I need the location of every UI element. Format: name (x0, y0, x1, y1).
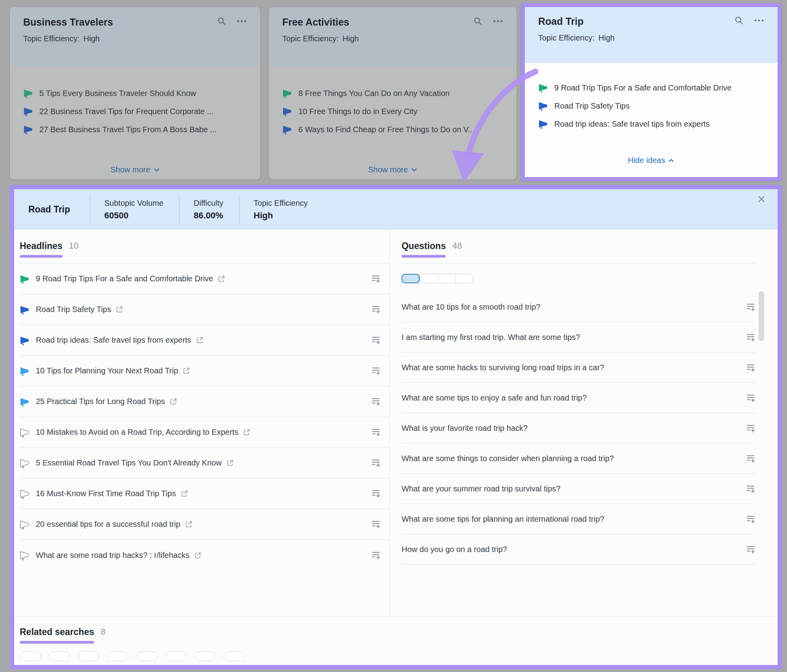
external-link-icon[interactable] (243, 428, 250, 436)
external-link-icon[interactable] (170, 398, 177, 405)
question-filter-button[interactable] (420, 274, 437, 283)
question-text[interactable]: What are 10 tips for a smooth road trip? (402, 303, 540, 312)
megaphone-icon (282, 88, 293, 98)
add-to-list-icon[interactable] (371, 427, 381, 437)
add-to-list-icon[interactable] (746, 363, 756, 373)
idea-item[interactable]: 9 Road Trip Tips For a Safe and Comforta… (525, 79, 778, 97)
add-to-list-icon[interactable] (746, 484, 756, 494)
question-text[interactable]: What is your favorite road trip hack? (402, 424, 528, 433)
external-link-icon[interactable] (194, 552, 202, 559)
question-text[interactable]: What are your summer road trip survival … (402, 484, 560, 493)
show-more-button[interactable]: Show more (366, 165, 420, 175)
headline-text[interactable]: 10 Mistakes to Avoid on a Road Trip, Acc… (36, 428, 238, 437)
card-body: 5 Tips Every Business Traveler Should Kn… (10, 66, 260, 179)
related-search-chip[interactable] (78, 652, 99, 661)
add-to-list-icon[interactable] (746, 454, 756, 463)
question-row: How do you go on a road trip? (402, 534, 756, 565)
headline-text[interactable]: Road trip ideas: Safe travel tips from e… (36, 336, 191, 345)
add-to-list-icon[interactable] (371, 335, 381, 345)
hide-ideas-button[interactable]: Hide ideas (626, 155, 677, 165)
external-link-icon[interactable] (181, 490, 188, 497)
card-title: Free Activities (282, 17, 349, 28)
show-more-button[interactable]: Show more (108, 165, 162, 175)
headline-text[interactable]: 5 Essential Road Travel Tips You Don't A… (36, 458, 222, 467)
add-to-list-icon[interactable] (746, 302, 756, 312)
question-filter-button[interactable] (437, 274, 455, 283)
headline-text[interactable]: What are some road trip hacks? : r/lifeh… (36, 551, 189, 560)
related-search-chip[interactable] (20, 652, 41, 661)
idea-text: Road trip ideas: Safe travel tips from e… (554, 120, 710, 129)
related-search-chip[interactable] (136, 652, 157, 661)
idea-item[interactable]: 6 Ways to Find Cheap or Free Things to D… (269, 120, 517, 138)
close-icon[interactable] (757, 195, 766, 203)
efficiency-label: Topic Efficiency: (23, 34, 80, 43)
more-options-icon[interactable] (493, 20, 503, 23)
idea-list: 8 Free Things You Can Do on Any Vacation… (269, 66, 517, 138)
question-text[interactable]: What are some things to consider when pl… (402, 454, 614, 463)
external-link-icon[interactable] (185, 521, 193, 528)
add-to-list-icon[interactable] (746, 545, 756, 554)
idea-item[interactable]: 22 Business Travel Tips for Frequent Cor… (10, 102, 260, 120)
megaphone-icon (23, 124, 33, 135)
search-icon[interactable] (734, 16, 744, 25)
question-text[interactable]: I am starting my first road trip. What a… (402, 333, 580, 342)
questions-scrollbar[interactable] (759, 291, 764, 341)
idea-item[interactable]: 8 Free Things You Can Do on Any Vacation (269, 84, 517, 102)
add-to-list-icon[interactable] (371, 519, 381, 529)
headline-text[interactable]: 16 Must-Know First Time Road Trip Tips (36, 489, 176, 498)
search-icon[interactable] (217, 17, 226, 26)
megaphone-icon (282, 106, 293, 116)
idea-text: 9 Road Trip Tips For a Safe and Comforta… (554, 83, 731, 92)
related-search-chip[interactable] (49, 652, 70, 661)
add-to-list-icon[interactable] (371, 458, 381, 468)
external-link-icon[interactable] (183, 367, 190, 375)
efficiency-label: Topic Efficiency: (282, 34, 339, 43)
idea-item[interactable]: 27 Best Business Travel Tips From A Boss… (10, 120, 260, 138)
add-to-list-icon[interactable] (371, 550, 381, 560)
idea-item[interactable]: Road Trip Safety Tips (525, 97, 778, 115)
megaphone-icon (20, 427, 30, 438)
external-link-icon[interactable] (226, 459, 234, 467)
idea-list: 5 Tips Every Business Traveler Should Kn… (10, 66, 260, 138)
efficiency-value: High (343, 34, 359, 43)
add-to-list-icon[interactable] (371, 397, 381, 406)
headline-row: Road trip ideas: Safe travel tips from e… (20, 325, 389, 356)
add-to-list-icon[interactable] (746, 393, 756, 403)
add-to-list-icon[interactable] (371, 305, 381, 314)
external-link-icon[interactable] (116, 306, 123, 313)
idea-text: 8 Free Things You Can Do on Any Vacation (298, 89, 450, 98)
search-icon[interactable] (473, 17, 483, 26)
idea-item[interactable]: 5 Tips Every Business Traveler Should Kn… (10, 84, 260, 102)
external-link-icon[interactable] (196, 336, 204, 344)
question-text[interactable]: What are some tips for planning an inter… (402, 515, 604, 524)
add-to-list-icon[interactable] (746, 514, 756, 524)
card-body: 9 Road Trip Tips For a Safe and Comforta… (525, 63, 778, 170)
efficiency-value: High (598, 33, 615, 42)
headline-text[interactable]: 20 essential tips for a successful road … (36, 520, 180, 529)
external-link-icon[interactable] (218, 275, 225, 282)
headline-row: 9 Road Trip Tips For a Safe and Comforta… (20, 264, 389, 294)
more-options-icon[interactable] (237, 20, 247, 23)
question-filter-button[interactable] (402, 274, 420, 283)
idea-item[interactable]: Road trip ideas: Safe travel tips from e… (525, 115, 778, 133)
add-to-list-icon[interactable] (371, 489, 381, 498)
question-text[interactable]: How do you go on a road trip? (402, 545, 507, 554)
headline-text[interactable]: 25 Practical Tips for Long Road Trips (36, 397, 165, 406)
add-to-list-icon[interactable] (371, 274, 381, 284)
question-filter-button[interactable] (455, 274, 473, 283)
add-to-list-icon[interactable] (746, 332, 756, 342)
headline-text[interactable]: 9 Road Trip Tips For a Safe and Comforta… (36, 274, 213, 283)
related-search-chip[interactable] (194, 652, 216, 661)
megaphone-icon (538, 83, 548, 93)
related-search-chip[interactable] (107, 652, 128, 661)
headline-text[interactable]: Road Trip Safety Tips (36, 305, 111, 314)
idea-item[interactable]: 10 Free Things to do in Every City (269, 102, 517, 120)
question-text[interactable]: What are some tips to enjoy a safe and f… (402, 393, 587, 402)
more-options-icon[interactable] (754, 19, 764, 22)
related-search-chip[interactable] (224, 652, 245, 661)
related-search-chip[interactable] (165, 652, 187, 661)
question-text[interactable]: What are some hacks to surviving long ro… (402, 363, 604, 372)
headline-text[interactable]: 10 Tips for Planning Your Next Road Trip (36, 366, 178, 375)
add-to-list-icon[interactable] (371, 366, 381, 376)
add-to-list-icon[interactable] (746, 423, 756, 433)
